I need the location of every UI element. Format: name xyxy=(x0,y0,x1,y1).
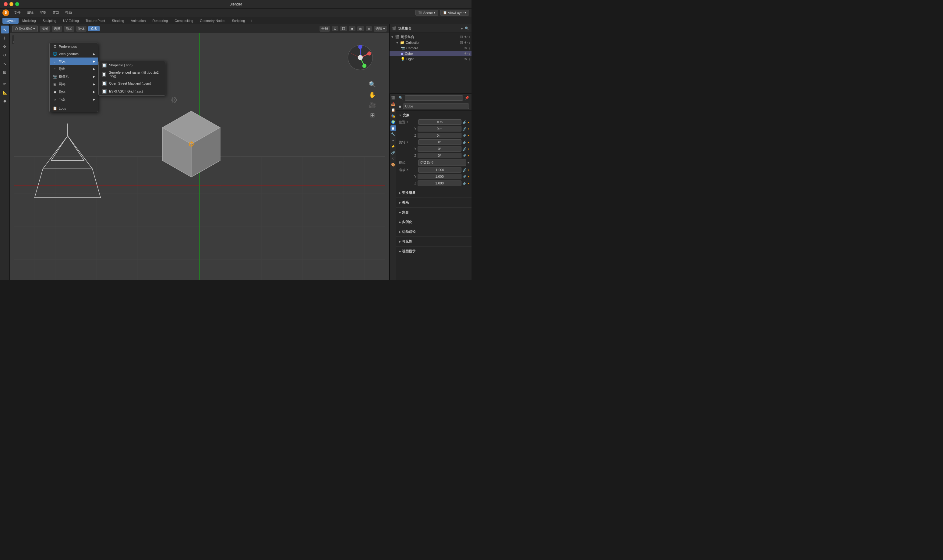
gis-preferences[interactable]: ⚙ Preferences xyxy=(49,43,98,50)
cube-select[interactable]: ↓ xyxy=(469,52,471,55)
gis-grid[interactable]: ⊞ 网格 ▶ xyxy=(49,80,98,88)
prop-tab-object[interactable]: ◼ xyxy=(390,125,396,131)
location-y-dot[interactable]: ● xyxy=(468,128,469,130)
mode-selector[interactable]: ⬡ 物体模式 ▾ xyxy=(12,26,38,32)
tree-camera[interactable]: 📷 Camera 👁 ↓ xyxy=(390,45,471,51)
tab-sculpting[interactable]: Sculpting xyxy=(40,18,59,24)
location-z-chain[interactable]: 🔗 xyxy=(463,134,466,137)
location-x-dot[interactable]: ● xyxy=(468,121,469,123)
prop-tab-particles[interactable]: ✦ xyxy=(390,138,396,143)
gis-camera[interactable]: 📷 摄像机 ▶ xyxy=(49,73,98,80)
scale-y[interactable]: 1.000 xyxy=(418,174,461,179)
scale-mode-dropdown[interactable]: ▾ xyxy=(468,161,469,165)
import-osm[interactable]: 📄 Open Street Map xml (.osm) xyxy=(99,80,165,87)
rotation-y-chain[interactable]: 🔗 xyxy=(463,147,466,151)
prop-tab-data[interactable]: ▽ xyxy=(390,156,396,161)
col-exclude[interactable]: ☑ xyxy=(460,41,463,45)
menu-file[interactable]: 文件 xyxy=(12,10,23,15)
import-shapefile[interactable]: 📄 Shapefile (.shp) xyxy=(99,61,165,69)
transform-delta-header[interactable]: ▶ 变换增量 xyxy=(399,189,469,196)
rotation-z-dot[interactable]: ● xyxy=(468,154,469,157)
prop-tab-output[interactable]: 📤 xyxy=(390,101,396,106)
instancing-header[interactable]: ▶ 实例化 xyxy=(399,218,469,226)
scale-z-dot[interactable]: ● xyxy=(468,182,469,185)
col-select[interactable]: ↓ xyxy=(469,41,471,45)
scale-y-chain[interactable]: 🔗 xyxy=(463,175,466,178)
view-layer-selector[interactable]: 📋 ViewLayer ▾ xyxy=(440,10,469,15)
rotation-y[interactable]: 0° xyxy=(418,146,461,152)
viewport-xray[interactable]: 选项 ▾ xyxy=(374,26,387,32)
tab-modeling[interactable]: Modeling xyxy=(19,18,39,24)
scale-x-dot[interactable]: ● xyxy=(468,169,469,171)
collections-header[interactable]: ▶ 集合 xyxy=(399,209,469,216)
location-x-chain[interactable]: 🔗 xyxy=(463,120,466,124)
gis-object[interactable]: ◆ 物体 ▶ xyxy=(49,88,98,95)
cam-select[interactable]: ↓ xyxy=(469,46,471,50)
light-select[interactable]: ↓ xyxy=(469,57,471,61)
location-x[interactable]: 0 m xyxy=(418,119,461,125)
tool-rotate[interactable]: ↺ xyxy=(1,51,9,59)
menu-window[interactable]: 窗口 xyxy=(50,10,62,15)
object-name-field[interactable] xyxy=(403,103,469,109)
exclude-op[interactable]: ☑ xyxy=(460,35,463,39)
visibility-header[interactable]: ▶ 可见性 xyxy=(399,238,469,245)
tab-animation[interactable]: Animation xyxy=(128,18,149,24)
gis-web-geodata[interactable]: 🌐 Web geodata ▶ xyxy=(49,50,98,57)
gis-import[interactable]: ↓ 导入 ▶ xyxy=(49,57,98,65)
tree-light[interactable]: 💡 Light 👁 ↓ xyxy=(390,56,471,62)
tab-compositing[interactable]: Compositing xyxy=(171,18,196,24)
rotation-z-chain[interactable]: 🔗 xyxy=(463,154,466,157)
outliner-filter-icon[interactable]: ▼ xyxy=(460,27,464,31)
close-button[interactable] xyxy=(4,2,8,6)
rotation-x-chain[interactable]: 🔗 xyxy=(463,141,466,144)
scale-z-chain[interactable]: 🔗 xyxy=(463,182,466,185)
tool-move[interactable]: ✥ xyxy=(1,43,9,51)
viewport-shading-solid[interactable]: ◉ xyxy=(349,26,355,31)
viewport-global[interactable]: 全局 xyxy=(319,26,330,32)
tab-geometry-nodes[interactable]: Geometry Nodes xyxy=(197,18,228,24)
tab-shading[interactable]: Shading xyxy=(109,18,127,24)
tool-measure[interactable]: 📐 xyxy=(1,88,9,96)
maximize-button[interactable] xyxy=(15,2,19,6)
rotation-x-dot[interactable]: ● xyxy=(468,141,469,144)
tab-layout[interactable]: Layout xyxy=(2,18,19,24)
tool-scale[interactable]: ⤡ xyxy=(1,60,9,68)
location-y[interactable]: 0 m xyxy=(418,126,461,131)
location-z[interactable]: 0 m xyxy=(418,133,461,138)
gis-logs[interactable]: 📋 Logs xyxy=(49,105,98,112)
viewport-options[interactable]: ⚙ xyxy=(332,26,338,31)
location-y-chain[interactable]: 🔗 xyxy=(463,127,466,131)
prop-tab-render[interactable]: 🎬 xyxy=(390,95,396,100)
col-visibility[interactable]: 👁 xyxy=(464,41,468,45)
scale-mode-value[interactable]: XYZ 欧拉 xyxy=(418,160,466,166)
tool-add[interactable]: ◆ xyxy=(1,97,9,105)
scale-y-dot[interactable]: ● xyxy=(468,175,469,178)
light-visibility[interactable]: 👁 xyxy=(464,57,468,61)
motion-path-header[interactable]: ▶ 运动路径 xyxy=(399,228,469,235)
viewport-view[interactable]: 视图 xyxy=(40,26,50,32)
prop-tab-constraints[interactable]: 🔗 xyxy=(390,150,396,155)
prop-tab-view-layer[interactable]: 📋 xyxy=(390,107,396,112)
prop-tab-physics[interactable]: ⚡ xyxy=(390,144,396,149)
prop-tab-material[interactable]: 🎨 xyxy=(390,162,396,168)
prop-tab-modifier[interactable]: 🔧 xyxy=(390,131,396,137)
scale-x[interactable]: 1.000 xyxy=(418,167,461,172)
import-esri[interactable]: 📄 ESRI ASCII Grid (.asc) xyxy=(99,87,165,95)
gis-node[interactable]: ○ 节点 ▶ xyxy=(49,95,98,103)
rotation-z[interactable]: 0° xyxy=(418,153,461,158)
viewport-shading-rendered[interactable]: ◈ xyxy=(366,26,372,31)
object-name-search[interactable] xyxy=(405,95,463,101)
viewport-add[interactable]: 添加 xyxy=(64,26,74,32)
prop-pin-icon[interactable]: 📌 xyxy=(465,96,469,100)
menu-render[interactable]: 渲染 xyxy=(37,10,49,15)
tree-cube[interactable]: ◼ Cube 👁 ↓ xyxy=(390,51,471,56)
prop-tab-scene[interactable]: 🎭 xyxy=(390,113,396,119)
tree-collection[interactable]: ▼ 📁 Collection ☑ 👁 ↓ xyxy=(390,40,471,45)
tab-texture-paint[interactable]: Texture Paint xyxy=(83,18,108,24)
scale-z[interactable]: 1.000 xyxy=(418,180,461,186)
menu-help[interactable]: 帮助 xyxy=(63,10,74,15)
transform-header[interactable]: ▼ 变换 xyxy=(399,112,469,119)
gis-menu-button[interactable]: GIS xyxy=(88,26,100,31)
import-georaster[interactable]: 📄 Georeferenced raster (.tif .jpg .jp2 .… xyxy=(99,69,165,80)
viewport-shading-wire[interactable]: ☐ xyxy=(340,26,347,31)
